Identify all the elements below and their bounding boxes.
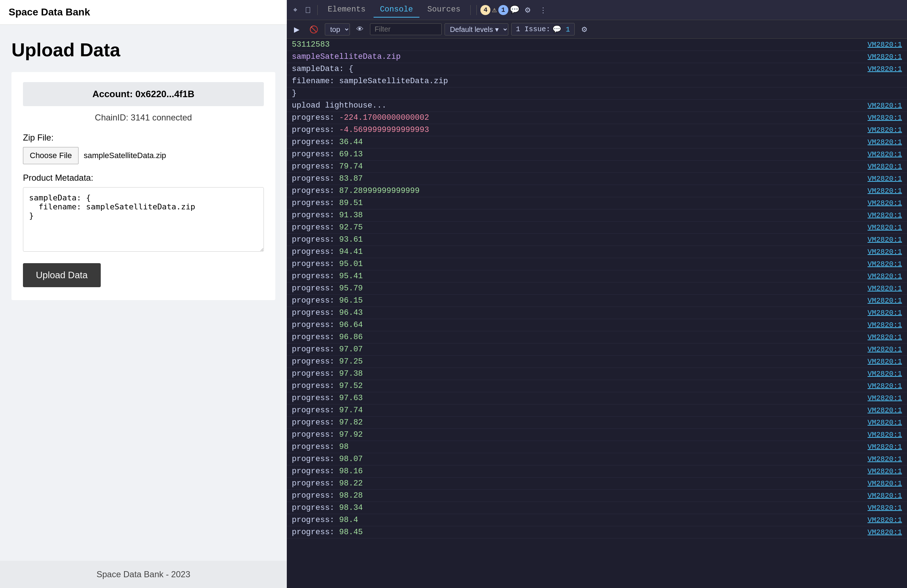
console-row: progress: 96.64VM2820:1 (287, 319, 907, 331)
console-row: progress: 96.86VM2820:1 (287, 331, 907, 343)
page-title: Upload Data (11, 39, 275, 61)
issues-badge: 1 Issue: 💬 1 (511, 23, 575, 35)
console-source[interactable]: VM2820:1 (868, 272, 902, 280)
console-row: progress: 79.74VM2820:1 (287, 161, 907, 173)
settings-icon[interactable]: ⚙ (521, 3, 535, 16)
filter-input[interactable] (370, 23, 442, 35)
console-source[interactable]: VM2820:1 (868, 370, 902, 378)
console-source[interactable]: VM2820:1 (868, 175, 902, 183)
zip-file-label: Zip File: (23, 133, 264, 143)
issues-label: 1 Issue: (516, 25, 550, 33)
issues-icon: 💬 1 (553, 25, 570, 34)
alerts-badge: 4 (481, 5, 490, 15)
upload-data-button[interactable]: Upload Data (23, 263, 101, 287)
block-icon[interactable]: 🚫 (306, 23, 322, 36)
console-source[interactable]: VM2820:1 (868, 504, 902, 512)
console-row: progress: 95.01VM2820:1 (287, 258, 907, 270)
console-source[interactable]: VM2820:1 (868, 187, 902, 195)
console-source[interactable]: VM2820:1 (868, 296, 902, 305)
console-row: progress: 97.92VM2820:1 (287, 429, 907, 441)
console-source[interactable]: VM2820:1 (868, 455, 902, 463)
console-source[interactable]: VM2820:1 (868, 309, 902, 317)
console-source[interactable]: VM2820:1 (868, 516, 902, 524)
console-source[interactable]: VM2820:1 (868, 479, 902, 488)
console-source[interactable]: VM2820:1 (868, 236, 902, 244)
console-source[interactable]: VM2820:1 (868, 321, 902, 329)
more-icon[interactable]: ⋮ (536, 3, 550, 16)
console-source[interactable]: VM2820:1 (868, 53, 902, 61)
console-row: } (287, 88, 907, 100)
console-row: progress: 87.28999999999999VM2820:1 (287, 185, 907, 197)
account-bar: Account: 0x6220...4f1B (23, 82, 264, 106)
console-source[interactable]: VM2820:1 (868, 333, 902, 341)
console-row: progress: 92.75VM2820:1 (287, 221, 907, 234)
console-output: 53112583VM2820:1sampleSatelliteData.zipV… (287, 39, 907, 588)
devtools-toolbar: ▶ 🚫 top 👁 Default levels ▾ 1 Issue: 💬 1 … (287, 20, 907, 39)
console-source[interactable]: VM2820:1 (868, 467, 902, 476)
console-source[interactable]: VM2820:1 (868, 345, 902, 354)
tab-elements[interactable]: Elements (321, 2, 372, 18)
console-source[interactable]: VM2820:1 (868, 138, 902, 146)
console-source[interactable]: VM2820:1 (868, 284, 902, 293)
inspect-icon[interactable]: ⌖ (290, 3, 301, 16)
console-row: progress: 97.25VM2820:1 (287, 356, 907, 368)
console-row: progress: -4.5699999999999993VM2820:1 (287, 124, 907, 136)
console-row: sampleData: {VM2820:1 (287, 63, 907, 75)
devtools-topbar: ⌖ ⎕ Elements Console Sources 4 ⚠ 1 💬 ⚙ ⋮ (287, 0, 907, 20)
device-icon[interactable]: ⎕ (302, 3, 314, 16)
console-source[interactable]: VM2820:1 (868, 199, 902, 207)
app-title: Space Data Bank (9, 6, 90, 18)
console-row: progress: 97.38VM2820:1 (287, 368, 907, 380)
console-source[interactable]: VM2820:1 (868, 211, 902, 219)
console-row: progress: 95.41VM2820:1 (287, 270, 907, 282)
choose-file-button[interactable]: Choose File (23, 147, 79, 164)
tab-sources[interactable]: Sources (421, 2, 467, 18)
console-source[interactable]: VM2820:1 (868, 382, 902, 390)
console-source[interactable]: VM2820:1 (868, 492, 902, 500)
console-source[interactable]: VM2820:1 (868, 65, 902, 73)
console-row: progress: 97.52VM2820:1 (287, 380, 907, 392)
console-row: progress: 97.82VM2820:1 (287, 417, 907, 429)
eye-icon[interactable]: 👁 (353, 23, 367, 35)
console-source[interactable]: VM2820:1 (868, 248, 902, 256)
app-footer: Space Data Bank - 2023 (0, 561, 287, 588)
console-row: progress: 98.07VM2820:1 (287, 453, 907, 465)
console-source[interactable]: VM2820:1 (868, 528, 902, 537)
console-source[interactable]: VM2820:1 (868, 101, 902, 110)
console-row: progress: 98VM2820:1 (287, 441, 907, 453)
levels-select[interactable]: Default levels ▾ (444, 23, 508, 35)
console-source[interactable]: VM2820:1 (868, 260, 902, 268)
console-row: progress: 95.79VM2820:1 (287, 282, 907, 295)
run-icon[interactable]: ▶ (290, 23, 303, 36)
console-row: progress: 98.34VM2820:1 (287, 502, 907, 514)
console-source[interactable]: VM2820:1 (868, 357, 902, 366)
file-name: sampleSatelliteData.zip (83, 151, 166, 160)
console-source[interactable]: VM2820:1 (868, 394, 902, 402)
console-source[interactable]: VM2820:1 (868, 418, 902, 427)
console-row: progress: 98.45VM2820:1 (287, 526, 907, 538)
console-row: progress: 98.28VM2820:1 (287, 490, 907, 502)
metadata-textarea[interactable] (23, 187, 264, 252)
context-select[interactable]: top (325, 23, 350, 35)
chain-id: ChainID: 3141 connected (23, 112, 264, 123)
console-source[interactable]: VM2820:1 (868, 40, 902, 49)
form-container: Account: 0x6220...4f1B ChainID: 3141 con… (11, 72, 275, 300)
file-row: Choose File sampleSatelliteData.zip (23, 147, 264, 164)
tab-console[interactable]: Console (373, 2, 420, 18)
console-source[interactable]: VM2820:1 (868, 443, 902, 451)
console-row: progress: 98.22VM2820:1 (287, 477, 907, 490)
console-source[interactable]: VM2820:1 (868, 406, 902, 415)
chat-icon: 💬 (510, 5, 519, 15)
console-source[interactable]: VM2820:1 (868, 162, 902, 171)
console-source[interactable]: VM2820:1 (868, 114, 902, 122)
console-source[interactable]: VM2820:1 (868, 223, 902, 232)
divider-2 (470, 5, 471, 15)
messages-badge: 1 (498, 5, 508, 15)
console-source[interactable]: VM2820:1 (868, 126, 902, 134)
app-header: Space Data Bank (0, 0, 287, 25)
console-row: progress: 98.16VM2820:1 (287, 465, 907, 477)
console-source[interactable]: VM2820:1 (868, 150, 902, 159)
console-row: filename: sampleSatelliteData.zip (287, 75, 907, 88)
console-source[interactable]: VM2820:1 (868, 431, 902, 439)
gear-icon[interactable]: ⚙ (577, 23, 591, 36)
